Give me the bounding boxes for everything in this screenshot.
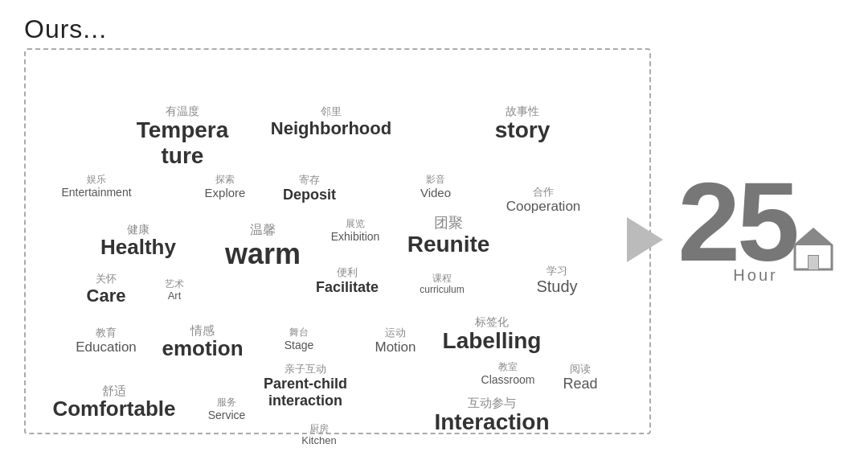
- word-zh-3: 娱乐: [61, 175, 131, 186]
- word-item-14: 便利Facilitate: [316, 267, 379, 296]
- word-zh-12: 关怀: [87, 273, 126, 286]
- word-item-16: 学习Study: [536, 265, 577, 296]
- svg-marker-1: [795, 229, 832, 245]
- word-zh-0: 有温度: [137, 105, 229, 117]
- word-item-13: 艺术Art: [165, 279, 184, 302]
- word-item-10: 展览Exhibition: [331, 219, 380, 243]
- hour-graphic: 25 Hour: [667, 121, 844, 330]
- page-title: Ours...: [24, 14, 107, 44]
- word-en-28: Interaction: [434, 409, 549, 435]
- word-en-17: Education: [76, 339, 137, 355]
- word-zh-11: 团聚: [407, 215, 490, 232]
- word-zh-5: 寄存: [283, 175, 336, 187]
- svg-rect-3: [809, 256, 818, 269]
- word-zh-20: 运动: [375, 327, 416, 339]
- word-item-20: 运动Motion: [375, 327, 416, 355]
- word-zh-14: 便利: [316, 267, 379, 279]
- word-en-15: curriculum: [420, 285, 464, 296]
- word-item-6: 影音Video: [420, 175, 451, 199]
- word-zh-15: 课程: [420, 273, 464, 285]
- word-item-11: 团聚Reunite: [407, 215, 490, 257]
- house-icon: [793, 228, 833, 272]
- word-zh-19: 舞台: [285, 327, 314, 339]
- word-zh-28: 互动参与: [434, 396, 549, 409]
- word-en-11: Reunite: [407, 232, 490, 257]
- word-item-21: 标签化Labelling: [443, 315, 542, 354]
- word-item-12: 关怀Care: [87, 273, 126, 306]
- word-item-17: 教育Education: [76, 327, 137, 355]
- word-item-15: 课程curriculum: [420, 273, 464, 296]
- word-en-16: Study: [536, 277, 577, 296]
- word-zh-24: 阅读: [563, 364, 597, 376]
- word-item-26: 服务Service: [208, 397, 246, 421]
- word-cloud: 有温度Tempera ture邻里Neighborhood故事性story娱乐E…: [24, 48, 651, 434]
- word-zh-9: 温馨: [225, 223, 301, 237]
- word-item-22: 亲子互动Parent-child interaction: [264, 364, 347, 409]
- word-zh-8: 健康: [100, 223, 176, 236]
- word-item-4: 探索Explore: [205, 175, 246, 199]
- word-en-0: Tempera ture: [137, 117, 229, 169]
- word-zh-6: 影音: [420, 175, 451, 186]
- word-en-20: Motion: [375, 339, 416, 355]
- word-item-18: 情感emotion: [162, 323, 243, 361]
- word-item-25: 舒适Comfortable: [52, 384, 175, 421]
- word-en-7: Cooperation: [506, 199, 581, 215]
- word-zh-23: 教室: [481, 362, 535, 373]
- word-en-5: Deposit: [283, 187, 336, 203]
- word-item-5: 寄存Deposit: [283, 175, 336, 203]
- word-en-2: story: [495, 117, 550, 143]
- word-zh-16: 学习: [536, 265, 577, 277]
- word-en-22: Parent-child interaction: [264, 376, 347, 409]
- word-en-26: Service: [208, 409, 246, 421]
- arrow-icon: [627, 217, 663, 262]
- word-item-3: 娱乐Entertainment: [61, 175, 131, 199]
- word-item-1: 邻里Neighborhood: [271, 106, 391, 138]
- word-zh-25: 舒适: [52, 384, 175, 397]
- word-en-21: Labelling: [443, 328, 542, 354]
- word-item-9: 温馨warm: [225, 223, 301, 271]
- word-zh-26: 服务: [208, 397, 246, 409]
- word-zh-27: 厨房: [301, 424, 336, 435]
- word-en-8: Healthy: [100, 236, 176, 260]
- word-zh-10: 展览: [331, 219, 380, 230]
- word-en-1: Neighborhood: [271, 118, 391, 138]
- word-zh-18: 情感: [162, 323, 243, 337]
- word-en-18: emotion: [162, 337, 243, 361]
- word-en-4: Explore: [205, 186, 246, 199]
- word-item-7: 合作Cooperation: [506, 187, 581, 214]
- word-zh-13: 艺术: [165, 279, 184, 290]
- word-en-9: warm: [225, 237, 301, 270]
- hour-number: 25: [678, 166, 796, 278]
- word-item-19: 舞台Stage: [285, 327, 314, 351]
- word-en-24: Read: [563, 376, 597, 392]
- word-zh-1: 邻里: [271, 106, 391, 118]
- word-zh-2: 故事性: [495, 105, 550, 117]
- word-zh-22: 亲子互动: [264, 364, 347, 376]
- word-item-27: 厨房Kitchen: [301, 424, 336, 447]
- page: Ours... 有温度Tempera ture邻里Neighborhood故事性…: [0, 0, 868, 452]
- word-item-23: 教室Classroom: [481, 362, 535, 386]
- word-item-24: 阅读Read: [563, 364, 597, 392]
- word-zh-7: 合作: [506, 187, 581, 199]
- word-en-12: Care: [87, 286, 126, 306]
- word-en-23: Classroom: [481, 373, 535, 386]
- word-zh-21: 标签化: [443, 315, 542, 328]
- word-en-13: Art: [165, 290, 184, 302]
- word-item-8: 健康Healthy: [100, 223, 176, 260]
- word-en-3: Entertainment: [61, 186, 131, 199]
- word-zh-17: 教育: [76, 327, 137, 339]
- word-en-6: Video: [420, 186, 451, 199]
- word-en-19: Stage: [285, 339, 314, 351]
- word-item-28: 互动参与Interaction: [434, 396, 549, 435]
- word-en-14: Facilitate: [316, 279, 379, 296]
- word-zh-4: 探索: [205, 175, 246, 186]
- word-en-25: Comfortable: [52, 397, 175, 421]
- word-en-27: Kitchen: [301, 435, 336, 447]
- word-item-0: 有温度Tempera ture: [137, 105, 229, 169]
- word-en-10: Exhibition: [331, 230, 380, 243]
- word-item-2: 故事性story: [495, 105, 550, 143]
